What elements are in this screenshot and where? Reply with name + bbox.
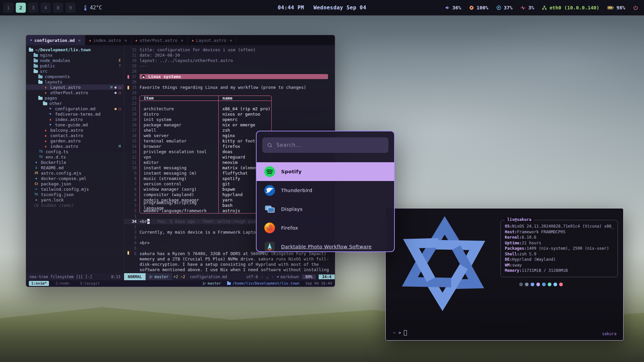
tree-item-Layout.astro[interactable]: ▲Layout.astroH●□ xyxy=(26,84,124,90)
tree-item-README.md[interactable]: iREADME.md xyxy=(26,165,124,170)
line-number: 20 xyxy=(130,112,137,117)
tab-close-icon[interactable]: × xyxy=(181,38,183,43)
module-battery[interactable]: 98% xyxy=(607,5,625,10)
module-gear[interactable]: 100% xyxy=(469,5,488,10)
tree-item-Dockerfile[interactable]: ◆Dockerfile xyxy=(26,160,124,165)
launcher-item-Thunderbird[interactable]: Thunderbird xyxy=(257,181,394,200)
launcher-item-label: Spotify xyxy=(281,169,302,174)
line-number-gutter: 22 xyxy=(124,101,140,106)
module-load[interactable]: 3% xyxy=(521,5,534,10)
line-number: 9 xyxy=(130,171,137,176)
tree-item-components[interactable]: components xyxy=(26,74,124,79)
line-number-gutter: 19 xyxy=(124,117,140,122)
tree-item-package.json[interactable]: {}package.json xyxy=(26,181,124,186)
line-number-gutter: 15 xyxy=(124,138,140,144)
tab-close-icon[interactable]: × xyxy=(78,38,81,43)
folder-icon xyxy=(38,97,43,100)
tmux-window-2:node-[interactable]: 2:node- xyxy=(53,281,73,286)
launcher-item-Spotify[interactable]: Spotify xyxy=(257,162,394,181)
tab-close-icon[interactable]: × xyxy=(124,38,127,43)
line-number-gutter: 20 xyxy=(124,112,140,117)
search-input[interactable] xyxy=(276,142,384,148)
tree-item-tailwind.config.mjs[interactable]: ≈tailwind.config.mjs xyxy=(26,186,124,192)
tab-otherPost.astro[interactable]: ▲otherPost.astro× xyxy=(131,35,188,45)
sign-column xyxy=(127,215,129,218)
temperature-module[interactable]: 42°C xyxy=(84,5,102,11)
line-number: 10 xyxy=(130,165,137,171)
buffer-line: 19init systemopenrc xyxy=(124,117,335,122)
shell-prompt[interactable]: ~ > xyxy=(393,330,407,336)
line-number: 6 xyxy=(130,251,137,256)
line-number: 19 xyxy=(130,117,137,122)
workspace-button-8[interactable]: 8 xyxy=(53,3,63,13)
statusline: neo-tree filesystem [1] [-] 8:13 NORMAL … xyxy=(26,273,335,280)
tmux-window-3:lazygit[interactable]: 3:lazygit xyxy=(77,281,102,286)
user-host-label: liv@sakura xyxy=(505,217,534,222)
tab-index.astro[interactable]: ▲index.astro× xyxy=(85,35,131,45)
tree-item-other[interactable]: other xyxy=(26,101,124,106)
launcher-item-Darktable Photo Workflow Software[interactable]: Darktable Photo Workflow Software xyxy=(257,237,394,252)
tree-item-public[interactable]: public? xyxy=(26,63,124,68)
workspace-button-3[interactable]: 3 xyxy=(28,3,38,13)
tree-item-index.astro[interactable]: ▲index.astro xyxy=(26,117,124,122)
workspace-button-9[interactable]: 9 xyxy=(65,3,75,13)
line-number: 30 xyxy=(130,58,137,63)
tree-item-env.d.ts[interactable]: TSenv.d.ts xyxy=(26,154,124,160)
workspace-button-2[interactable]: 2 xyxy=(16,3,26,13)
tree-item-balcony.astro[interactable]: ▲balcony.astro xyxy=(26,127,124,133)
tab-close-icon[interactable]: × xyxy=(230,38,232,43)
launcher-item-Displays[interactable]: Displays xyxy=(257,200,394,219)
tab-label: configuration.md xyxy=(34,38,74,43)
tree-item-index.astro[interactable]: ▲index.astroH xyxy=(26,143,124,149)
file-type-icon: ▲ xyxy=(48,118,53,121)
module-value: 37% xyxy=(504,5,513,10)
launcher-search-box[interactable] xyxy=(262,137,388,153)
tree-item-astro.config.mjs[interactable]: JSastro.config.mjs xyxy=(26,170,124,176)
tree-item-otherPost.astro[interactable]: ▲otherPost.astro●□ xyxy=(26,90,124,95)
buffer-tab-bar: ▼configuration.md×▲index.astro×▲otherPos… xyxy=(26,35,335,45)
workspace-button-1[interactable]: 1 xyxy=(3,3,13,13)
tree-item-label: src xyxy=(40,69,48,74)
sign-column xyxy=(127,204,129,207)
tree-item-fediverse-terms.md[interactable]: ▼fediverse-terms.md xyxy=(26,111,124,117)
tree-item-layouts[interactable]: layouts xyxy=(26,79,124,84)
tree-item-yarn.lock[interactable]: ▪yarn.lock xyxy=(26,197,124,202)
sign-column xyxy=(127,145,129,148)
module-power[interactable] xyxy=(633,5,638,10)
tree-root[interactable]: ~/Development/liv.town xyxy=(26,47,124,52)
tree-item-docker-compose.yml[interactable]: ◆docker-compose.yml xyxy=(26,176,124,181)
launcher-item-Firefox[interactable]: Firefox xyxy=(257,219,394,237)
module-volume[interactable]: 36% xyxy=(445,5,461,10)
line-number-gutter: 9 xyxy=(124,171,140,176)
line-number: 24 xyxy=(130,90,137,96)
tree-item-configuration.md[interactable]: ▼configuration.md●□ xyxy=(26,106,124,111)
module-disk[interactable]: 37% xyxy=(496,5,513,10)
tmux-window-1:nvim*[interactable]: 1:nvim* xyxy=(29,281,49,286)
tree-item-label: Dockerfile xyxy=(41,160,66,165)
terminal-color-palette xyxy=(519,283,618,286)
tree-item-nginx[interactable]: nginx xyxy=(26,52,124,58)
tree-item-pages[interactable]: pages xyxy=(26,95,124,101)
tree-item-garden.astro[interactable]: ▲garden.astro xyxy=(26,138,124,143)
tree-item-node_modules[interactable]: node_modulesE xyxy=(26,58,124,63)
tree-item-tsconfig.json[interactable]: TStsconfig.json xyxy=(26,192,124,197)
module-network[interactable]: eth0 (10.0.0.140) xyxy=(542,5,599,10)
line-number-gutter: 28 xyxy=(124,69,140,74)
tab-configuration.md[interactable]: ▼configuration.md× xyxy=(26,35,85,45)
status-badge: E xyxy=(119,58,121,62)
vim-mode-indicator: NORMAL xyxy=(124,273,146,280)
tree-item-contact.astro[interactable]: ▲contact.astro xyxy=(26,133,124,138)
clock: 04:44 PM Wednesday Sep 04 xyxy=(278,5,366,11)
tree-item-src[interactable]: src xyxy=(26,68,124,74)
workspace-button-4[interactable]: 4 xyxy=(41,3,51,13)
tmux-right-status: master /home/liv/Development/liv.town Se… xyxy=(203,281,332,286)
tree-item-config.ts[interactable]: TSconfig.ts xyxy=(26,149,124,154)
buffer-line: 24 xyxy=(124,90,335,96)
tree-item-label: Layout.astro xyxy=(50,85,80,90)
file-type-icon: ▲ xyxy=(43,144,48,148)
fetch-info-label: DE: xyxy=(505,257,512,262)
table-row: programming/scripting languagebash xyxy=(140,203,272,208)
tab-Layout.astro[interactable]: ▲Layout.astro× xyxy=(188,35,237,45)
tree-item-label: config.ts xyxy=(46,149,68,154)
tree-item-tone-guide.md[interactable]: ▼tone-guide.md xyxy=(26,122,124,127)
